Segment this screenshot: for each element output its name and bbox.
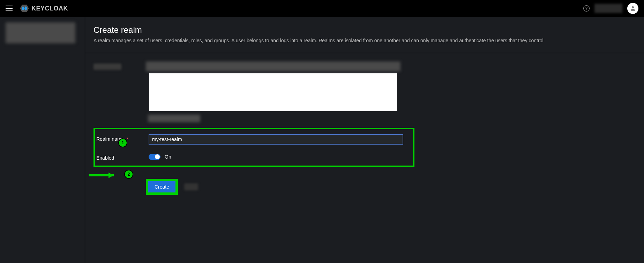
enabled-label: Enabled xyxy=(96,153,149,161)
realm-name-row: Realm name * xyxy=(96,134,407,145)
form-area: Realm name * Enabled On xyxy=(85,53,644,203)
brand-logo[interactable]: KEYCLOAK xyxy=(20,3,68,13)
svg-point-3 xyxy=(632,6,634,8)
realm-name-input-col xyxy=(149,134,403,145)
enabled-row: Enabled On xyxy=(96,153,407,161)
user-avatar[interactable] xyxy=(627,3,638,14)
menu-toggle-icon[interactable] xyxy=(6,6,13,11)
create-button[interactable]: Create xyxy=(148,181,175,192)
realm-name-input[interactable] xyxy=(149,134,403,145)
highlighted-create-wrap: Create xyxy=(146,179,178,195)
main-content: Create realm A realm manages a set of us… xyxy=(85,17,644,263)
help-icon[interactable]: ? xyxy=(583,5,590,12)
redacted-region xyxy=(146,61,400,122)
action-row: Create xyxy=(146,179,636,195)
annotation-arrow-2 xyxy=(89,172,121,179)
redacted-region xyxy=(93,64,121,70)
redacted-region xyxy=(594,4,622,13)
top-bar: KEYCLOAK ? xyxy=(0,0,644,17)
page-header: Create realm A realm manages a set of us… xyxy=(85,17,644,53)
sidebar xyxy=(0,17,85,263)
realm-name-label: Realm name * xyxy=(96,134,149,142)
highlighted-form-section: Realm name * Enabled On xyxy=(93,128,414,167)
annotation-arrow-1 xyxy=(85,112,87,133)
page-description: A realm manages a set of users, credenti… xyxy=(93,37,636,44)
redacted-region xyxy=(184,183,198,190)
redacted-form-row xyxy=(93,61,636,122)
page-title: Create realm xyxy=(93,25,636,35)
redacted-region xyxy=(6,22,75,43)
brand-text: KEYCLOAK xyxy=(31,5,68,12)
topbar-right: ? xyxy=(583,3,638,14)
keycloak-logo-icon xyxy=(20,3,29,13)
enabled-toggle[interactable] xyxy=(149,154,160,160)
annotation-step-2: 2 xyxy=(124,170,133,179)
required-indicator: * xyxy=(127,137,128,142)
realm-name-label-text: Realm name xyxy=(96,136,124,142)
enabled-state-text: On xyxy=(165,154,171,160)
svg-marker-7 xyxy=(108,173,114,178)
layout: Create realm A realm manages a set of us… xyxy=(0,17,644,263)
topbar-left: KEYCLOAK xyxy=(6,3,68,13)
